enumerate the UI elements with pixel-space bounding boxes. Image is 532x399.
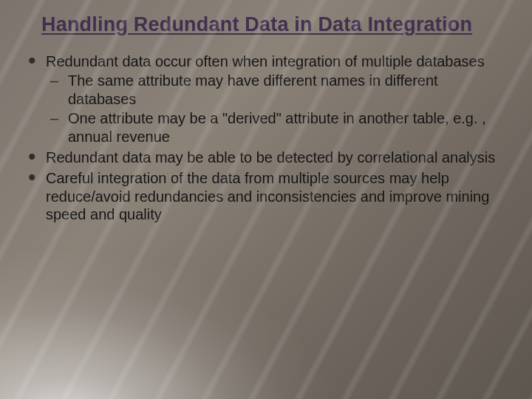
list-item-text: Careful integration of the data from mul… [46, 170, 489, 222]
slide: Handling Redundant Data in Data Integrat… [0, 0, 532, 399]
sub-list-item-text: One attribute may be a "derived" attribu… [68, 110, 486, 144]
list-item-text: Redundant data may be able to be detecte… [46, 149, 495, 166]
bullet-list: Redundant data occur often when integrat… [19, 52, 513, 224]
list-item-text: Redundant data occur often when integrat… [46, 53, 485, 69]
slide-title: Handling Redundant Data in Data Integrat… [41, 13, 513, 36]
sub-list-item-text: The same attribute may have different na… [68, 72, 438, 106]
list-item: Redundant data occur often when integrat… [22, 52, 508, 146]
sub-list-item: One attribute may be a "derived" attribu… [46, 109, 508, 146]
sub-list-item: The same attribute may have different na… [46, 72, 508, 108]
list-item: Redundant data may be able to be detecte… [22, 149, 508, 166]
list-item: Careful integration of the data from mul… [22, 169, 508, 223]
sub-list: The same attribute may have different na… [46, 72, 508, 146]
